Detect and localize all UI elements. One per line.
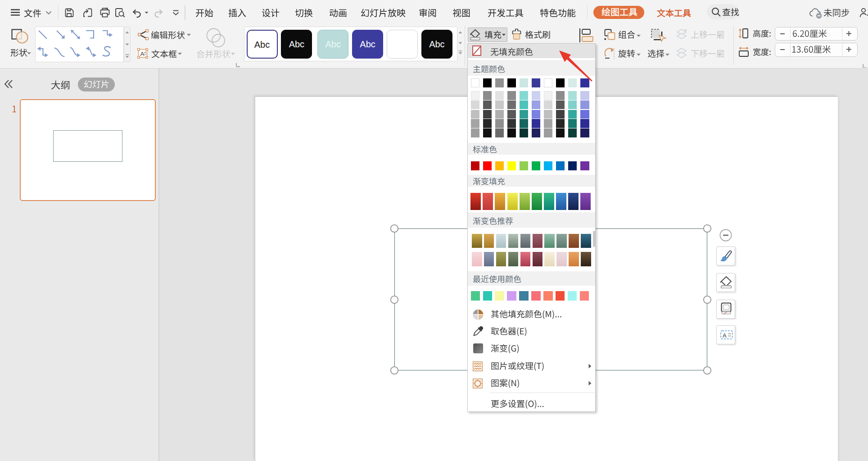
svg-text:A: A [140, 50, 145, 57]
svg-text:A: A [723, 332, 727, 339]
